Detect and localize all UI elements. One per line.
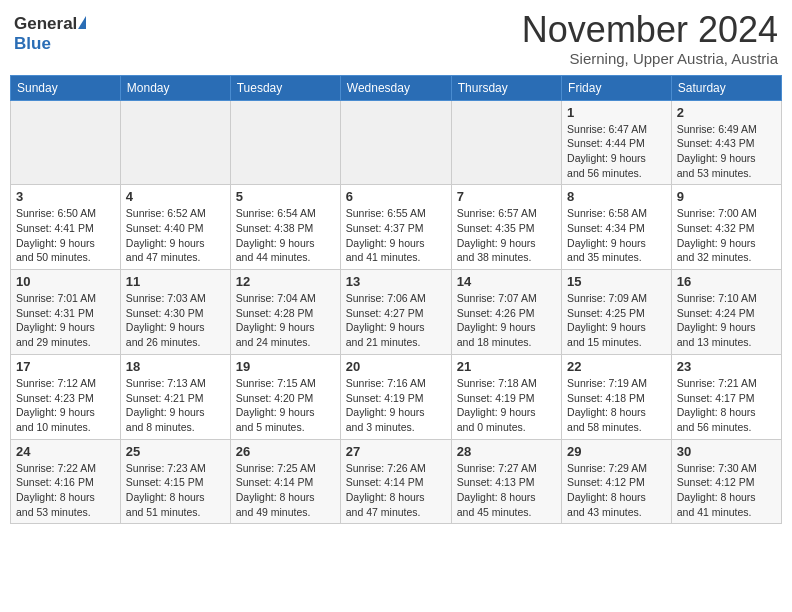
day-number: 18	[126, 359, 225, 374]
weekday-header-wednesday: Wednesday	[340, 75, 451, 100]
day-details: Sunrise: 6:58 AM Sunset: 4:34 PM Dayligh…	[567, 206, 666, 265]
logo-triangle-icon	[78, 16, 86, 29]
day-details: Sunrise: 6:50 AM Sunset: 4:41 PM Dayligh…	[16, 206, 115, 265]
calendar-cell: 13Sunrise: 7:06 AM Sunset: 4:27 PM Dayli…	[340, 270, 451, 355]
calendar-cell: 1Sunrise: 6:47 AM Sunset: 4:44 PM Daylig…	[562, 100, 672, 185]
day-number: 15	[567, 274, 666, 289]
calendar-cell	[230, 100, 340, 185]
day-number: 13	[346, 274, 446, 289]
day-number: 22	[567, 359, 666, 374]
day-number: 9	[677, 189, 776, 204]
day-number: 26	[236, 444, 335, 459]
day-number: 8	[567, 189, 666, 204]
day-number: 30	[677, 444, 776, 459]
calendar-week-row: 1Sunrise: 6:47 AM Sunset: 4:44 PM Daylig…	[11, 100, 782, 185]
day-number: 4	[126, 189, 225, 204]
day-details: Sunrise: 7:10 AM Sunset: 4:24 PM Dayligh…	[677, 291, 776, 350]
day-details: Sunrise: 7:01 AM Sunset: 4:31 PM Dayligh…	[16, 291, 115, 350]
calendar-cell: 20Sunrise: 7:16 AM Sunset: 4:19 PM Dayli…	[340, 354, 451, 439]
calendar-cell: 14Sunrise: 7:07 AM Sunset: 4:26 PM Dayli…	[451, 270, 561, 355]
calendar-cell	[451, 100, 561, 185]
calendar-cell: 17Sunrise: 7:12 AM Sunset: 4:23 PM Dayli…	[11, 354, 121, 439]
day-details: Sunrise: 7:12 AM Sunset: 4:23 PM Dayligh…	[16, 376, 115, 435]
calendar-cell: 24Sunrise: 7:22 AM Sunset: 4:16 PM Dayli…	[11, 439, 121, 524]
calendar-cell: 3Sunrise: 6:50 AM Sunset: 4:41 PM Daylig…	[11, 185, 121, 270]
page-header: General Blue November 2024 Sierning, Upp…	[10, 10, 782, 67]
day-number: 5	[236, 189, 335, 204]
day-details: Sunrise: 7:27 AM Sunset: 4:13 PM Dayligh…	[457, 461, 556, 520]
calendar-cell: 30Sunrise: 7:30 AM Sunset: 4:12 PM Dayli…	[671, 439, 781, 524]
day-details: Sunrise: 7:13 AM Sunset: 4:21 PM Dayligh…	[126, 376, 225, 435]
calendar-table: SundayMondayTuesdayWednesdayThursdayFrid…	[10, 75, 782, 525]
calendar-cell: 7Sunrise: 6:57 AM Sunset: 4:35 PM Daylig…	[451, 185, 561, 270]
day-details: Sunrise: 7:23 AM Sunset: 4:15 PM Dayligh…	[126, 461, 225, 520]
calendar-cell: 16Sunrise: 7:10 AM Sunset: 4:24 PM Dayli…	[671, 270, 781, 355]
calendar-cell: 26Sunrise: 7:25 AM Sunset: 4:14 PM Dayli…	[230, 439, 340, 524]
calendar-cell: 9Sunrise: 7:00 AM Sunset: 4:32 PM Daylig…	[671, 185, 781, 270]
calendar-week-row: 3Sunrise: 6:50 AM Sunset: 4:41 PM Daylig…	[11, 185, 782, 270]
calendar-cell: 5Sunrise: 6:54 AM Sunset: 4:38 PM Daylig…	[230, 185, 340, 270]
day-details: Sunrise: 7:15 AM Sunset: 4:20 PM Dayligh…	[236, 376, 335, 435]
day-details: Sunrise: 6:57 AM Sunset: 4:35 PM Dayligh…	[457, 206, 556, 265]
calendar-cell: 27Sunrise: 7:26 AM Sunset: 4:14 PM Dayli…	[340, 439, 451, 524]
day-details: Sunrise: 7:22 AM Sunset: 4:16 PM Dayligh…	[16, 461, 115, 520]
calendar-cell	[120, 100, 230, 185]
day-number: 16	[677, 274, 776, 289]
calendar-cell: 18Sunrise: 7:13 AM Sunset: 4:21 PM Dayli…	[120, 354, 230, 439]
day-details: Sunrise: 6:47 AM Sunset: 4:44 PM Dayligh…	[567, 122, 666, 181]
day-details: Sunrise: 7:03 AM Sunset: 4:30 PM Dayligh…	[126, 291, 225, 350]
calendar-week-row: 17Sunrise: 7:12 AM Sunset: 4:23 PM Dayli…	[11, 354, 782, 439]
day-number: 29	[567, 444, 666, 459]
calendar-cell: 2Sunrise: 6:49 AM Sunset: 4:43 PM Daylig…	[671, 100, 781, 185]
day-number: 21	[457, 359, 556, 374]
calendar-cell: 29Sunrise: 7:29 AM Sunset: 4:12 PM Dayli…	[562, 439, 672, 524]
calendar-week-row: 10Sunrise: 7:01 AM Sunset: 4:31 PM Dayli…	[11, 270, 782, 355]
day-details: Sunrise: 7:16 AM Sunset: 4:19 PM Dayligh…	[346, 376, 446, 435]
day-details: Sunrise: 7:06 AM Sunset: 4:27 PM Dayligh…	[346, 291, 446, 350]
calendar-cell	[340, 100, 451, 185]
day-details: Sunrise: 6:49 AM Sunset: 4:43 PM Dayligh…	[677, 122, 776, 181]
weekday-header-thursday: Thursday	[451, 75, 561, 100]
day-details: Sunrise: 7:07 AM Sunset: 4:26 PM Dayligh…	[457, 291, 556, 350]
day-number: 2	[677, 105, 776, 120]
day-details: Sunrise: 6:52 AM Sunset: 4:40 PM Dayligh…	[126, 206, 225, 265]
weekday-header-saturday: Saturday	[671, 75, 781, 100]
calendar-cell: 6Sunrise: 6:55 AM Sunset: 4:37 PM Daylig…	[340, 185, 451, 270]
day-details: Sunrise: 7:29 AM Sunset: 4:12 PM Dayligh…	[567, 461, 666, 520]
logo-general: General	[14, 14, 77, 34]
calendar-cell: 21Sunrise: 7:18 AM Sunset: 4:19 PM Dayli…	[451, 354, 561, 439]
month-title: November 2024	[522, 10, 778, 50]
weekday-header-friday: Friday	[562, 75, 672, 100]
day-number: 24	[16, 444, 115, 459]
day-number: 11	[126, 274, 225, 289]
calendar-cell	[11, 100, 121, 185]
day-number: 3	[16, 189, 115, 204]
calendar-cell: 10Sunrise: 7:01 AM Sunset: 4:31 PM Dayli…	[11, 270, 121, 355]
weekday-header-monday: Monday	[120, 75, 230, 100]
calendar-week-row: 24Sunrise: 7:22 AM Sunset: 4:16 PM Dayli…	[11, 439, 782, 524]
day-details: Sunrise: 7:00 AM Sunset: 4:32 PM Dayligh…	[677, 206, 776, 265]
day-details: Sunrise: 7:30 AM Sunset: 4:12 PM Dayligh…	[677, 461, 776, 520]
day-number: 7	[457, 189, 556, 204]
calendar-cell: 12Sunrise: 7:04 AM Sunset: 4:28 PM Dayli…	[230, 270, 340, 355]
day-details: Sunrise: 7:09 AM Sunset: 4:25 PM Dayligh…	[567, 291, 666, 350]
day-number: 28	[457, 444, 556, 459]
day-details: Sunrise: 7:04 AM Sunset: 4:28 PM Dayligh…	[236, 291, 335, 350]
day-number: 19	[236, 359, 335, 374]
calendar-cell: 4Sunrise: 6:52 AM Sunset: 4:40 PM Daylig…	[120, 185, 230, 270]
weekday-header-row: SundayMondayTuesdayWednesdayThursdayFrid…	[11, 75, 782, 100]
calendar-cell: 8Sunrise: 6:58 AM Sunset: 4:34 PM Daylig…	[562, 185, 672, 270]
weekday-header-tuesday: Tuesday	[230, 75, 340, 100]
day-number: 27	[346, 444, 446, 459]
calendar-cell: 23Sunrise: 7:21 AM Sunset: 4:17 PM Dayli…	[671, 354, 781, 439]
day-number: 25	[126, 444, 225, 459]
day-number: 14	[457, 274, 556, 289]
weekday-header-sunday: Sunday	[11, 75, 121, 100]
calendar-cell: 15Sunrise: 7:09 AM Sunset: 4:25 PM Dayli…	[562, 270, 672, 355]
title-section: November 2024 Sierning, Upper Austria, A…	[522, 10, 778, 67]
logo: General Blue	[14, 14, 86, 54]
day-number: 12	[236, 274, 335, 289]
calendar-cell: 22Sunrise: 7:19 AM Sunset: 4:18 PM Dayli…	[562, 354, 672, 439]
day-number: 1	[567, 105, 666, 120]
calendar-cell: 19Sunrise: 7:15 AM Sunset: 4:20 PM Dayli…	[230, 354, 340, 439]
